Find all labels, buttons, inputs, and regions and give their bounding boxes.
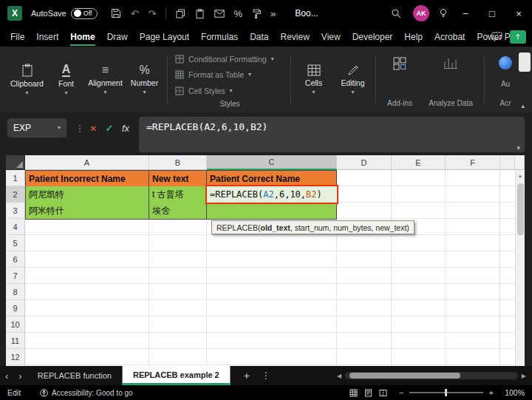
horizontal-scrollbar-track[interactable] [345, 372, 518, 379]
number-group-button[interactable]: % Number ▾ [125, 50, 164, 109]
acrobat-group-button[interactable]: Au Acr [488, 50, 523, 109]
search-icon[interactable] [391, 8, 401, 18]
cell-b3[interactable]: 埃舍 [149, 203, 207, 220]
column-header-b[interactable]: B [149, 155, 207, 170]
column-header-e[interactable]: E [392, 155, 446, 170]
zoom-level[interactable]: 100% [499, 388, 525, 397]
scroll-right-icon[interactable]: ▶ [522, 373, 526, 379]
addins-group-button[interactable]: Add-ins [379, 50, 420, 109]
analyze-data-button[interactable]: Analyze Data [420, 50, 481, 109]
zoom-in-icon[interactable]: + [489, 388, 494, 397]
sheet-nav-left-icon[interactable]: ‹ [0, 370, 13, 382]
conditional-formatting-button[interactable]: Conditional Formatting ▾ [175, 52, 284, 66]
autosave-toggle[interactable]: Off [71, 8, 98, 19]
cell-c2-editing[interactable]: =REPLACEB(A2,6,10,B2) [205, 185, 338, 204]
row-header-5[interactable]: 5 [6, 235, 25, 251]
vertical-scrollbar-thumb[interactable] [517, 183, 524, 235]
format-painter-icon[interactable] [252, 9, 261, 18]
row-header-3[interactable]: 3 [6, 203, 25, 219]
cell-b2[interactable]: t 古普塔 [149, 186, 207, 203]
cell-c3[interactable] [206, 203, 337, 220]
row-header-10[interactable]: 10 [6, 316, 25, 333]
formula-input[interactable]: =REPLACEB(A2,6,10,B2) [139, 117, 525, 152]
zoom-out-icon[interactable]: − [399, 388, 403, 397]
percent-format-icon[interactable]: % [234, 9, 243, 18]
accessibility-checker[interactable]: Accessibility: Good to go [40, 389, 133, 397]
clipboard-group-button[interactable]: Clipboard ▾ [7, 50, 47, 109]
share-icon[interactable] [510, 30, 526, 44]
insert-function-button[interactable]: fx [118, 118, 133, 138]
row-header-2[interactable]: 2 [6, 186, 25, 203]
sheet-options-icon[interactable]: ⋮ [262, 370, 270, 381]
user-avatar[interactable]: AK [413, 5, 429, 21]
row-header-11[interactable]: 11 [6, 333, 25, 349]
minimize-button[interactable]: − [452, 0, 479, 27]
menu-file[interactable]: File [4, 27, 30, 47]
more-commands-icon[interactable]: » [270, 9, 276, 18]
column-header-a[interactable]: A [25, 155, 149, 170]
menu-review[interactable]: Review [274, 27, 315, 47]
column-header-partial[interactable] [500, 155, 515, 170]
undo-icon[interactable]: ↶ [131, 9, 139, 18]
row-header-6[interactable]: 6 [6, 251, 25, 268]
menu-data[interactable]: Data [244, 27, 274, 47]
close-button[interactable]: × [505, 0, 532, 27]
new-sheet-icon[interactable]: + [244, 370, 250, 382]
font-group-button[interactable]: A Font ▾ [47, 50, 86, 109]
menu-help[interactable]: Help [398, 27, 429, 47]
save-icon[interactable] [111, 8, 121, 18]
row-header-4[interactable]: 4 [6, 219, 25, 235]
vertical-scrollbar[interactable]: ▴ [515, 170, 525, 366]
editing-group-button[interactable]: Editing ▾ [333, 50, 372, 109]
column-header-f[interactable]: F [446, 155, 500, 170]
cells-area[interactable]: Patient Incorrect Name New text Patient … [25, 170, 515, 366]
name-box[interactable]: EXP ▾ [7, 118, 66, 138]
sheet-nav-right-icon[interactable]: › [13, 370, 27, 382]
lightbulb-icon[interactable] [439, 8, 448, 18]
cell-a2[interactable]: 阿尼凯特 [25, 186, 149, 203]
cancel-entry-button[interactable]: × [86, 118, 100, 138]
cells-group-button[interactable]: Cells ▾ [294, 50, 333, 109]
cell-a1[interactable]: Patient Incorrect Name [25, 170, 149, 187]
menu-formulas[interactable]: Formulas [195, 27, 244, 47]
expand-formula-bar-icon[interactable]: ▾ [516, 144, 520, 152]
select-all-corner[interactable] [6, 155, 25, 170]
horizontal-scrollbar-thumb[interactable] [349, 373, 460, 379]
cell-b1[interactable]: New text [149, 170, 207, 187]
page-layout-view-icon[interactable] [364, 389, 372, 397]
collapse-ribbon-icon[interactable]: ▴ [521, 102, 525, 109]
menu-draw[interactable]: Draw [101, 27, 134, 47]
row-header-9[interactable]: 9 [6, 300, 25, 316]
horizontal-scrollbar[interactable]: ◀ ▶ [337, 370, 526, 382]
menu-acrobat[interactable]: Acrobat [429, 27, 471, 47]
scroll-left-icon[interactable]: ◀ [337, 373, 341, 379]
row-header-12[interactable]: 12 [6, 349, 25, 365]
menu-insert[interactable]: Insert [30, 27, 64, 47]
autosave-control[interactable]: AutoSave Off [31, 8, 98, 19]
column-header-c[interactable]: C [207, 155, 337, 170]
normal-view-icon[interactable] [349, 389, 358, 397]
zoom-slider-handle[interactable] [445, 389, 447, 396]
sheet-tab-replaceb-example-2[interactable]: REPLACEB example 2 [122, 366, 231, 385]
row-header-1[interactable]: 1 [6, 170, 25, 186]
menu-home[interactable]: Home [64, 27, 100, 47]
row-header-8[interactable]: 8 [6, 284, 25, 300]
menu-page-layout[interactable]: Page Layout [134, 27, 195, 47]
redo-icon[interactable]: ↷ [149, 9, 157, 18]
row-header-7[interactable]: 7 [6, 268, 25, 284]
sheet-tab-replaceb-function[interactable]: REPLACEB function [27, 366, 122, 385]
mail-icon[interactable] [214, 10, 225, 18]
format-as-table-button[interactable]: Format as Table ▾ [175, 68, 284, 82]
copy-icon[interactable] [176, 9, 185, 18]
clipboard-icon[interactable] [195, 9, 205, 18]
cell-styles-button[interactable]: Cell Styles ▾ [175, 84, 284, 98]
menu-view[interactable]: View [316, 27, 347, 47]
maximize-button[interactable]: □ [479, 0, 505, 27]
page-break-view-icon[interactable] [379, 389, 387, 397]
zoom-slider[interactable] [409, 392, 483, 393]
column-header-d[interactable]: D [337, 155, 392, 170]
cell-a3[interactable]: 阿米特什 [25, 203, 149, 220]
enter-entry-button[interactable]: ✓ [102, 118, 117, 138]
comments-icon[interactable] [491, 32, 502, 41]
menu-developer[interactable]: Developer [347, 27, 399, 47]
